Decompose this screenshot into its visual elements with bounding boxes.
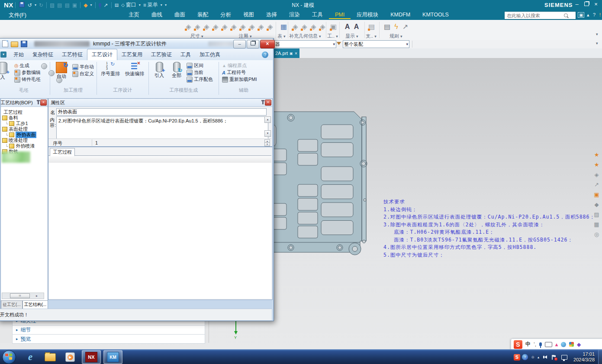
op-range-button[interactable]: 区间 <box>187 62 203 69</box>
name-input[interactable] <box>56 108 267 116</box>
show-hidden-icons[interactable]: ▴ <box>538 355 539 359</box>
pin-icon[interactable] <box>38 101 39 104</box>
tab-assembly[interactable]: 装配 <box>191 10 214 20</box>
save-icon[interactable] <box>19 1 25 9</box>
tab-home[interactable]: 主页 <box>122 10 145 20</box>
op-color-button[interactable]: 工序配色 <box>187 76 213 83</box>
surface-tool-icon[interactable]: ◎ <box>592 231 601 240</box>
group-supplemental-geometry[interactable]: 补充几何信息▾ <box>289 33 321 39</box>
rule-flash-icon[interactable]: ϟ <box>392 22 401 32</box>
linear-dimension-icon[interactable]: ◈ <box>193 22 202 32</box>
soft-keyboard-icon[interactable] <box>545 342 552 347</box>
dtab-process-reuse[interactable]: 工艺复用 <box>117 49 147 60</box>
ime-mode-chinese[interactable]: 中 <box>525 341 531 348</box>
close-button[interactable]: × <box>591 1 601 7</box>
show-desktop-button[interactable] <box>598 350 602 364</box>
new-doc-icon[interactable] <box>2 40 8 47</box>
selbar-options-icon[interactable]: ▾ <box>596 41 598 45</box>
action-center-flag-icon[interactable]: × <box>552 355 556 360</box>
group-caret-icon[interactable]: ▾ <box>319 34 321 39</box>
tab-select[interactable]: 选择 <box>260 10 283 20</box>
punctuation-icon[interactable]: ’, <box>534 341 536 348</box>
star-annotation-icon[interactable]: ★ <box>592 151 601 160</box>
rule-measure-icon[interactable]: ↗ <box>401 22 410 32</box>
tab-tools[interactable]: 工具 <box>306 10 329 20</box>
solid-box-icon[interactable]: ◆ <box>592 201 601 210</box>
edit-text-icon[interactable]: A <box>352 22 361 32</box>
selection-scope-combo[interactable]: 整个装配 ▾ <box>343 40 409 48</box>
region-icon[interactable]: ◈ <box>291 22 300 32</box>
note-list-icon[interactable]: ▣ <box>592 191 601 200</box>
sketch-edit-icon[interactable]: ▨ <box>592 211 601 220</box>
kmmpd-dialog[interactable]: kmmpd - 三维零件工艺设计软件 – × ▾ 开始 复杂特征 工艺特征 工艺… <box>0 38 274 321</box>
custom-button[interactable]: 自定义 <box>72 71 94 77</box>
balloon-icon[interactable]: ◈ <box>257 22 266 32</box>
volume-icon[interactable] <box>543 355 547 359</box>
scroll-up-icon[interactable]: ▲ <box>264 116 271 123</box>
save-doc-icon[interactable] <box>21 41 27 47</box>
dialog-maximize-button[interactable] <box>247 40 259 48</box>
angular-dimension-icon[interactable]: ◈ <box>211 22 220 32</box>
group-work[interactable]: 工..▾ <box>327 33 338 39</box>
tray-clock[interactable]: 17:01 2024/3/28 <box>573 351 595 363</box>
undo-caret-icon[interactable]: ▾ <box>35 3 36 7</box>
part-tab[interactable]: 2A.prt ▣ × <box>273 48 299 58</box>
menu-label[interactable]: 菜单 <box>148 1 158 9</box>
section-details[interactable]: ▸ 细节 <box>13 325 205 335</box>
group-support[interactable]: 支..▾ <box>366 33 377 39</box>
scroll-thumb[interactable]: III <box>10 293 30 298</box>
part-pin-icon[interactable]: ▣ <box>290 52 293 55</box>
emoji-icon[interactable] <box>561 342 566 347</box>
group-table[interactable]: 表▾ <box>277 33 286 39</box>
toolbar-overflow-icon[interactable]: ▾ <box>165 3 167 7</box>
style-a-icon[interactable]: A <box>343 22 352 32</box>
table-icon[interactable]: ▦ <box>279 22 288 32</box>
tray-dots-icon[interactable]: ◎ <box>531 355 534 359</box>
dialog-titlebar[interactable]: kmmpd - 三维零件工艺设计软件 <box>0 39 273 49</box>
dtab-tools[interactable]: 工具 <box>176 49 195 60</box>
pin-icon[interactable] <box>262 101 264 104</box>
group-caret-icon[interactable]: ▾ <box>356 34 358 39</box>
new-window-icon[interactable]: ◇ <box>121 3 125 7</box>
datum-plane-icon[interactable]: ◈ <box>592 171 601 180</box>
dtab-machining-sim[interactable]: 加工仿真 <box>195 49 225 60</box>
auto-infer-button[interactable]: ↻ 自动 <box>52 62 71 80</box>
parameter-edit-button[interactable]: 参数编辑 <box>14 69 41 76</box>
engineering-symbol-button[interactable]: A 工程符号 <box>222 69 246 76</box>
tab-view[interactable]: 视图 <box>237 10 260 20</box>
ribbon-options-icon[interactable]: ▾ <box>596 32 598 36</box>
fullscreen-icon[interactable]: ▣ <box>578 12 584 18</box>
cascade-windows-icon[interactable]: ▤ <box>115 3 119 7</box>
expand-icon[interactable]: ▸ <box>16 328 18 332</box>
menu-caret-icon[interactable]: ▾ <box>161 3 162 7</box>
command-search[interactable] <box>504 11 576 19</box>
note-icon[interactable]: ◈ <box>229 22 238 32</box>
group-display[interactable]: 显示▾ <box>345 33 358 39</box>
generate-button[interactable]: ◎ 生成 <box>14 62 29 69</box>
window-caret-icon[interactable]: ▾ <box>139 3 141 7</box>
group-caret-icon[interactable]: ▾ <box>400 34 402 39</box>
scroll-down-icon[interactable]: ▼ <box>264 130 271 137</box>
star-annotation2-icon[interactable]: ★ <box>592 161 601 170</box>
menu-icon[interactable]: ≡ <box>143 2 146 8</box>
group-caret-icon[interactable]: ▾ <box>336 34 338 39</box>
group-caret-icon[interactable]: ▾ <box>250 34 252 39</box>
content-textarea[interactable]: 2.对图中绿色所示区域进行表面处理镀覆：Cu/Ap.Ni-P20.Ep.Au1.… <box>56 116 268 139</box>
group-caret-icon[interactable]: ▾ <box>374 34 377 39</box>
datum-feature-icon[interactable]: ◈ <box>238 22 248 32</box>
bop-close-icon[interactable]: × <box>40 100 47 106</box>
tab-kmtools[interactable]: KMTOOLS <box>416 10 455 19</box>
file-menu[interactable]: 文件(F) <box>9 12 26 19</box>
sogou-logo-icon[interactable]: S <box>514 340 522 349</box>
casting-blank-button[interactable]: 铸件毛坯 <box>14 76 41 83</box>
group-caret-icon[interactable]: ▾ <box>283 34 286 39</box>
tab-feature-process[interactable]: 征工艺(... <box>1 300 23 309</box>
reload-pmi-button[interactable]: 重新加载PMI <box>222 76 257 83</box>
camera-icon[interactable]: ▤ <box>367 22 376 32</box>
seq-value[interactable]: 1 <box>95 140 98 145</box>
filter-icon[interactable] <box>337 42 341 45</box>
tab-kmdfm[interactable]: KMDFM <box>384 10 416 19</box>
search-input[interactable] <box>506 13 564 19</box>
undo-icon[interactable]: ↺ <box>28 2 32 8</box>
properties-close-icon[interactable]: × <box>265 100 271 106</box>
